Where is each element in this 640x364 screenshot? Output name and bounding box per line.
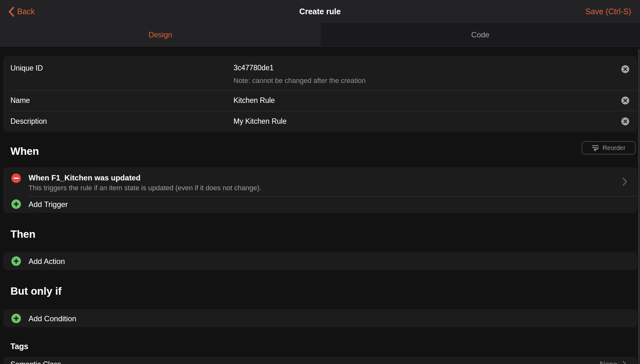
divider [10, 91, 637, 91]
conditions-card: Add Condition [3, 309, 637, 327]
page-title: Create rule [0, 0, 640, 23]
unique-id-input[interactable]: 3c47780de1 [234, 64, 274, 72]
tabbar: Design Code [0, 23, 640, 47]
description-input[interactable]: My Kitchen Rule [234, 117, 286, 126]
divider [10, 111, 637, 111]
chevron-right-icon [622, 177, 627, 186]
add-condition-label: Add Condition [29, 314, 76, 323]
chevron-right-icon [622, 361, 627, 364]
description-label: Description [10, 117, 47, 126]
unique-id-note: Note: cannot be changed after the creati… [234, 77, 366, 85]
unique-id-label: Unique ID [10, 64, 43, 72]
then-section-heading: Then [10, 227, 35, 241]
triggers-card: When F1_Kitchen was updated This trigger… [3, 167, 637, 213]
clear-description-button[interactable] [621, 117, 629, 125]
create-rule-page: Back Create rule Save (Ctrl-S) Design Co… [0, 0, 640, 364]
trigger-title: When F1_Kitchen was updated [29, 173, 140, 182]
plus-icon [11, 199, 21, 209]
tags-card: Semantic Class None [3, 357, 637, 364]
name-input[interactable]: Kitchen Rule [234, 96, 275, 105]
save-button[interactable]: Save (Ctrl-S) [586, 0, 631, 23]
minus-icon [14, 178, 19, 179]
rule-fields-card: Unique ID 3c47780de1 Note: cannot be cha… [3, 56, 637, 132]
plus-icon [11, 256, 21, 266]
divider [29, 196, 637, 197]
clear-unique-id-button[interactable] [621, 65, 629, 73]
when-section-heading: When [10, 144, 39, 158]
xmark-icon [623, 119, 627, 123]
xmark-icon [623, 98, 627, 103]
reorder-label: Reorder [603, 144, 625, 152]
trigger-description: This triggers the rule if an item state … [29, 184, 261, 192]
add-trigger-label: Add Trigger [29, 200, 68, 209]
semantic-class-label: Semantic Class [10, 360, 61, 364]
clear-name-button[interactable] [621, 97, 629, 104]
reorder-icon [592, 144, 599, 151]
but-only-if-section-heading: But only if [10, 284, 61, 298]
reorder-button[interactable]: Reorder [582, 141, 636, 154]
add-action-label: Add Action [29, 257, 65, 266]
plus-icon [11, 314, 21, 323]
remove-trigger-button[interactable] [11, 173, 21, 183]
tab-code[interactable]: Code [321, 23, 640, 46]
tab-design[interactable]: Design [0, 23, 321, 46]
semantic-class-value: None [600, 360, 617, 364]
xmark-icon [623, 67, 627, 71]
scrollbar[interactable] [638, 49, 640, 364]
tags-section-heading: Tags [10, 341, 29, 351]
name-label: Name [10, 96, 30, 105]
actions-card: Add Action [3, 252, 637, 270]
navbar: Back Create rule Save (Ctrl-S) [0, 0, 640, 23]
